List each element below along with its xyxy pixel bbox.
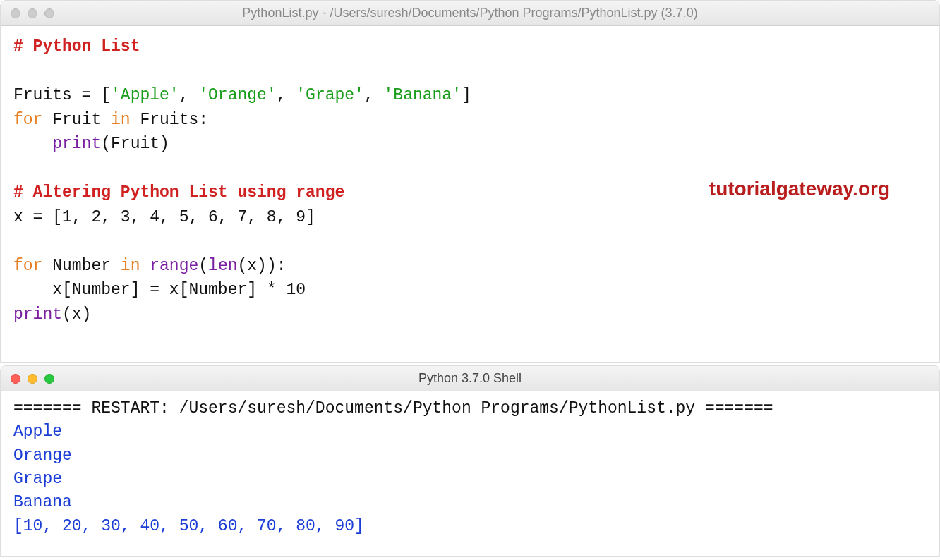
code-text: Fruits:: [131, 111, 208, 129]
shell-restart-line: ======= RESTART: /Users/suresh/Documents…: [13, 399, 773, 418]
code-text: [13, 135, 52, 153]
editor-title: PythonList.py - /Users/suresh/Documents/…: [1, 6, 939, 20]
code-editor[interactable]: # Python List Fruits = ['Apple', 'Orange…: [1, 26, 939, 336]
code-string: 'Grape': [296, 86, 364, 104]
close-icon[interactable]: [11, 8, 20, 18]
window-controls: [1, 8, 54, 18]
code-keyword: in: [121, 257, 140, 275]
shell-line: Banana: [13, 493, 72, 511]
code-string: 'Orange': [198, 86, 276, 104]
code-builtin: print: [13, 305, 62, 324]
shell-line: Apple: [13, 422, 62, 441]
code-text: x = [1, 2, 3, 4, 5, 6, 7, 8, 9]: [13, 208, 315, 226]
code-builtin: print: [52, 135, 101, 153]
editor-window: PythonList.py - /Users/suresh/Documents/…: [0, 0, 940, 363]
code-text: Fruits = [: [13, 86, 111, 104]
code-text: ,: [364, 86, 384, 104]
code-text: ]: [462, 86, 471, 104]
shell-titlebar[interactable]: Python 3.7.0 Shell: [1, 366, 939, 391]
code-string: 'Banana': [384, 86, 462, 104]
code-string: 'Apple': [111, 86, 179, 104]
shell-title: Python 3.7.0 Shell: [1, 371, 939, 386]
code-keyword: for: [13, 111, 42, 129]
code-text: x[Number] = x[Number] * 10: [13, 281, 306, 299]
shell-line: Orange: [13, 446, 72, 465]
code-builtin: len: [208, 257, 237, 275]
window-controls: [1, 374, 54, 384]
shell-line: [10, 20, 30, 40, 50, 60, 70, 80, 90]: [13, 517, 364, 535]
code-comment: # Python List: [13, 37, 140, 56]
maximize-icon[interactable]: [44, 374, 54, 384]
code-text: [140, 257, 150, 275]
minimize-icon[interactable]: [28, 374, 37, 384]
shell-window: Python 3.7.0 Shell ======= RESTART: /Use…: [0, 365, 940, 557]
code-keyword: in: [111, 111, 131, 129]
maximize-icon[interactable]: [44, 8, 54, 18]
code-text: (x)):: [238, 257, 287, 275]
minimize-icon[interactable]: [28, 8, 37, 18]
code-text: ,: [179, 86, 199, 104]
code-builtin: range: [150, 257, 198, 275]
editor-titlebar[interactable]: PythonList.py - /Users/suresh/Documents/…: [1, 1, 939, 26]
watermark: tutorialgateway.org: [709, 174, 890, 204]
shell-line: Grape: [13, 470, 62, 488]
code-comment: # Altering Python List using range: [13, 183, 344, 202]
close-icon[interactable]: [11, 374, 20, 384]
code-keyword: for: [13, 257, 42, 275]
code-text: Number: [42, 257, 120, 275]
code-text: ,: [277, 86, 296, 104]
code-text: Fruit: [42, 111, 111, 129]
shell-output[interactable]: ======= RESTART: /Users/suresh/Documents…: [1, 391, 939, 545]
code-text: (: [198, 257, 208, 275]
code-text: (x): [62, 305, 91, 324]
code-text: (Fruit): [101, 135, 169, 153]
